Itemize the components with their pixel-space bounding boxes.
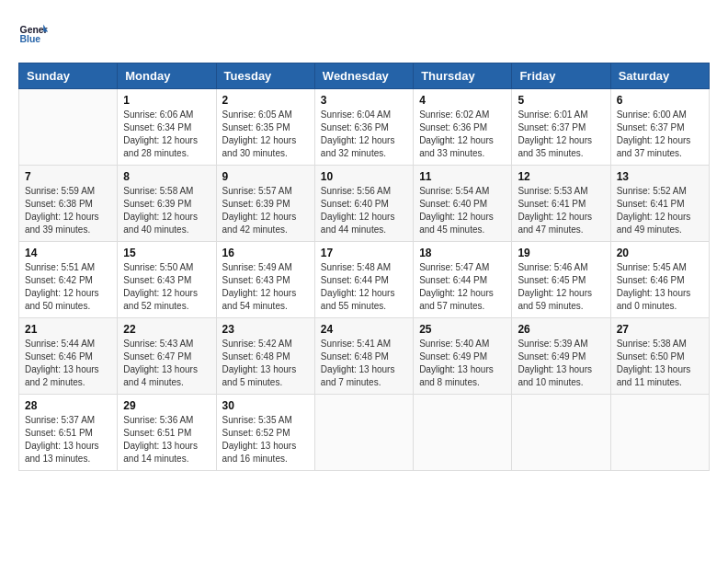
day-info: Sunrise: 5:48 AM Sunset: 6:44 PM Dayligh… (321, 261, 407, 313)
calendar-cell: 14Sunrise: 5:51 AM Sunset: 6:42 PM Dayli… (19, 242, 118, 318)
day-number: 14 (25, 247, 111, 259)
day-info: Sunrise: 5:43 AM Sunset: 6:47 PM Dayligh… (123, 338, 210, 389)
day-info: Sunrise: 5:42 AM Sunset: 6:48 PM Dayligh… (222, 338, 309, 389)
day-number: 2 (222, 94, 309, 107)
day-info: Sunrise: 5:39 AM Sunset: 6:49 PM Dayligh… (518, 338, 604, 389)
day-number: 4 (419, 94, 506, 107)
day-info: Sunrise: 5:54 AM Sunset: 6:40 PM Dayligh… (419, 185, 506, 236)
day-info: Sunrise: 5:45 AM Sunset: 6:46 PM Dayligh… (617, 261, 703, 313)
calendar-cell: 2Sunrise: 6:05 AM Sunset: 6:35 PM Daylig… (216, 89, 314, 166)
calendar-week-1: 1Sunrise: 6:06 AM Sunset: 6:34 PM Daylig… (19, 89, 710, 166)
day-number: 7 (25, 170, 111, 183)
calendar-cell: 6Sunrise: 6:00 AM Sunset: 6:37 PM Daylig… (610, 89, 709, 166)
day-number: 28 (25, 399, 111, 412)
day-info: Sunrise: 6:00 AM Sunset: 6:37 PM Dayligh… (617, 109, 703, 160)
calendar-cell: 4Sunrise: 6:02 AM Sunset: 6:36 PM Daylig… (414, 89, 512, 166)
day-number: 8 (123, 170, 210, 183)
day-info: Sunrise: 5:53 AM Sunset: 6:41 PM Dayligh… (518, 185, 604, 236)
day-number: 5 (518, 94, 604, 107)
calendar-cell (414, 395, 512, 471)
calendar-cell: 5Sunrise: 6:01 AM Sunset: 6:37 PM Daylig… (512, 89, 610, 166)
day-info: Sunrise: 5:44 AM Sunset: 6:46 PM Dayligh… (25, 338, 111, 389)
logo: General Blue (18, 18, 48, 48)
calendar-cell: 1Sunrise: 6:06 AM Sunset: 6:34 PM Daylig… (118, 89, 216, 166)
calendar-cell: 26Sunrise: 5:39 AM Sunset: 6:49 PM Dayli… (512, 318, 610, 395)
calendar-cell: 21Sunrise: 5:44 AM Sunset: 6:46 PM Dayli… (19, 318, 118, 395)
day-number: 3 (321, 94, 407, 107)
header-monday: Monday (118, 63, 216, 89)
calendar-cell (19, 89, 118, 166)
calendar-cell (512, 395, 610, 471)
day-info: Sunrise: 5:52 AM Sunset: 6:41 PM Dayligh… (617, 185, 703, 236)
day-info: Sunrise: 5:46 AM Sunset: 6:45 PM Dayligh… (518, 261, 604, 313)
day-info: Sunrise: 5:37 AM Sunset: 6:51 PM Dayligh… (25, 414, 111, 465)
day-info: Sunrise: 6:01 AM Sunset: 6:37 PM Dayligh… (518, 109, 604, 160)
calendar-header-row: SundayMondayTuesdayWednesdayThursdayFrid… (19, 63, 710, 89)
calendar-cell: 18Sunrise: 5:47 AM Sunset: 6:44 PM Dayli… (414, 242, 512, 318)
day-number: 18 (419, 247, 506, 259)
day-info: Sunrise: 5:47 AM Sunset: 6:44 PM Dayligh… (419, 261, 506, 313)
day-number: 27 (617, 323, 703, 336)
calendar-cell: 8Sunrise: 5:58 AM Sunset: 6:39 PM Daylig… (118, 166, 216, 242)
day-number: 20 (617, 247, 703, 259)
calendar-cell: 28Sunrise: 5:37 AM Sunset: 6:51 PM Dayli… (19, 395, 118, 471)
calendar-cell: 22Sunrise: 5:43 AM Sunset: 6:47 PM Dayli… (118, 318, 216, 395)
logo-icon: General Blue (18, 18, 48, 48)
header-saturday: Saturday (610, 63, 709, 89)
calendar-cell: 10Sunrise: 5:56 AM Sunset: 6:40 PM Dayli… (314, 166, 413, 242)
calendar-week-4: 21Sunrise: 5:44 AM Sunset: 6:46 PM Dayli… (19, 318, 710, 395)
day-number: 10 (321, 170, 407, 183)
day-info: Sunrise: 5:38 AM Sunset: 6:50 PM Dayligh… (617, 338, 703, 389)
day-number: 15 (123, 247, 210, 259)
svg-text:Blue: Blue (20, 34, 41, 44)
calendar-cell: 3Sunrise: 6:04 AM Sunset: 6:36 PM Daylig… (314, 89, 413, 166)
day-number: 30 (222, 399, 309, 412)
calendar-cell: 9Sunrise: 5:57 AM Sunset: 6:39 PM Daylig… (216, 166, 314, 242)
calendar-week-2: 7Sunrise: 5:59 AM Sunset: 6:38 PM Daylig… (19, 166, 710, 242)
day-number: 21 (25, 323, 111, 336)
calendar-cell: 15Sunrise: 5:50 AM Sunset: 6:43 PM Dayli… (118, 242, 216, 318)
day-info: Sunrise: 5:35 AM Sunset: 6:52 PM Dayligh… (222, 414, 309, 465)
day-number: 25 (419, 323, 506, 336)
day-info: Sunrise: 5:56 AM Sunset: 6:40 PM Dayligh… (321, 185, 407, 236)
calendar-cell: 11Sunrise: 5:54 AM Sunset: 6:40 PM Dayli… (414, 166, 512, 242)
page-header: General Blue (18, 18, 710, 48)
day-number: 1 (123, 94, 210, 107)
calendar-cell: 17Sunrise: 5:48 AM Sunset: 6:44 PM Dayli… (314, 242, 413, 318)
day-number: 17 (321, 247, 407, 259)
day-info: Sunrise: 6:06 AM Sunset: 6:34 PM Dayligh… (123, 109, 210, 160)
calendar-cell: 13Sunrise: 5:52 AM Sunset: 6:41 PM Dayli… (610, 166, 709, 242)
calendar-cell: 12Sunrise: 5:53 AM Sunset: 6:41 PM Dayli… (512, 166, 610, 242)
day-info: Sunrise: 5:57 AM Sunset: 6:39 PM Dayligh… (222, 185, 309, 236)
day-info: Sunrise: 5:41 AM Sunset: 6:48 PM Dayligh… (321, 338, 407, 389)
day-info: Sunrise: 6:05 AM Sunset: 6:35 PM Dayligh… (222, 109, 309, 160)
header-friday: Friday (512, 63, 610, 89)
day-info: Sunrise: 6:04 AM Sunset: 6:36 PM Dayligh… (321, 109, 407, 160)
calendar-cell: 19Sunrise: 5:46 AM Sunset: 6:45 PM Dayli… (512, 242, 610, 318)
day-number: 9 (222, 170, 309, 183)
calendar-cell: 30Sunrise: 5:35 AM Sunset: 6:52 PM Dayli… (216, 395, 314, 471)
day-number: 6 (617, 94, 703, 107)
day-number: 23 (222, 323, 309, 336)
day-info: Sunrise: 5:51 AM Sunset: 6:42 PM Dayligh… (25, 261, 111, 313)
day-info: Sunrise: 5:58 AM Sunset: 6:39 PM Dayligh… (123, 185, 210, 236)
calendar-cell: 16Sunrise: 5:49 AM Sunset: 6:43 PM Dayli… (216, 242, 314, 318)
day-number: 16 (222, 247, 309, 259)
day-info: Sunrise: 5:40 AM Sunset: 6:49 PM Dayligh… (419, 338, 506, 389)
day-info: Sunrise: 6:02 AM Sunset: 6:36 PM Dayligh… (419, 109, 506, 160)
header-sunday: Sunday (19, 63, 118, 89)
day-number: 11 (419, 170, 506, 183)
header-tuesday: Tuesday (216, 63, 314, 89)
day-number: 24 (321, 323, 407, 336)
day-info: Sunrise: 5:59 AM Sunset: 6:38 PM Dayligh… (25, 185, 111, 236)
day-number: 19 (518, 247, 604, 259)
day-number: 13 (617, 170, 703, 183)
day-number: 12 (518, 170, 604, 183)
calendar-cell (610, 395, 709, 471)
calendar-cell: 23Sunrise: 5:42 AM Sunset: 6:48 PM Dayli… (216, 318, 314, 395)
calendar-cell: 20Sunrise: 5:45 AM Sunset: 6:46 PM Dayli… (610, 242, 709, 318)
calendar-week-5: 28Sunrise: 5:37 AM Sunset: 6:51 PM Dayli… (19, 395, 710, 471)
header-thursday: Thursday (414, 63, 512, 89)
header-wednesday: Wednesday (314, 63, 413, 89)
day-number: 29 (123, 399, 210, 412)
